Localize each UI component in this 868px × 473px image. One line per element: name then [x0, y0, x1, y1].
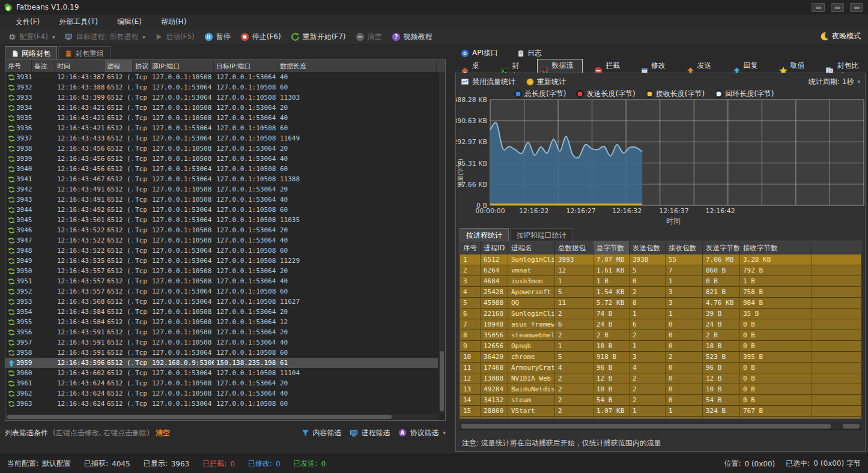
stats-row[interactable]: 1036420chrome5918 B32523 B395 B: [460, 352, 861, 363]
column-header[interactable]: 进程名: [508, 241, 555, 255]
packet-row[interactable]: 395812:16:43:59196512 (...Tcp127.0.0.1:5…: [5, 348, 438, 358]
packet-row[interactable]: 393512:16:43:42186512 (...Tcp127.0.0.1:1…: [5, 113, 438, 123]
packet-row[interactable]: 394112:16:43:46776512 (...Tcp127.0.0.1:5…: [5, 174, 438, 184]
packet-row[interactable]: 396012:16:43:60296512 (...Tcp127.0.0.1:5…: [5, 368, 438, 378]
packet-row[interactable]: 395512:16:43:58486512 (...Tcp127.0.0.1:1…: [5, 317, 438, 327]
pause-button[interactable]: 暂停: [204, 32, 231, 42]
packet-row[interactable]: 393312:16:43:39996512 (...Tcp127.0.0.1:5…: [5, 92, 438, 103]
packet-row[interactable]: 395112:16:43:55776512 (...Tcp127.0.0.1:1…: [5, 276, 438, 286]
tab-log[interactable]: 日志: [514, 46, 545, 60]
packet-row[interactable]: 393112:16:43:38796512 (...Tcp127.0.0.1:1…: [5, 72, 438, 82]
packet-row[interactable]: 395412:16:43:58486512 (...Tcp127.0.0.1:1…: [5, 307, 438, 317]
tab-api-interface[interactable]: API接口: [458, 46, 501, 60]
packet-row[interactable]: 394212:16:43:49176512 (...Tcp127.0.0.1:1…: [5, 184, 438, 194]
packet-row[interactable]: 395612:16:43:59196512 (...Tcp127.0.0.1:1…: [5, 327, 438, 337]
packet-row[interactable]: 396112:16:43:62486512 (...Tcp127.0.0.1:1…: [5, 378, 438, 388]
tab-packet-reassembly[interactable]: 封包重组: [58, 46, 111, 61]
stop-button[interactable]: 停止(F6): [240, 32, 281, 42]
packet-row[interactable]: 396212:16:43:62486512 (...Tcp127.0.0.1:1…: [5, 388, 438, 399]
stats-row[interactable]: 16512SunloginClient39937.07 MB3938557.06…: [460, 255, 861, 265]
packet-row[interactable]: 393712:16:43:43386512 (...Tcp127.0.0.1:5…: [5, 133, 438, 143]
legend-item[interactable]: 发送长度(字节): [577, 89, 635, 99]
packet-row[interactable]: 396312:16:43:62486512 (...Tcp127.0.0.1:5…: [5, 399, 438, 409]
column-header[interactable]: 备注: [32, 60, 55, 72]
column-header[interactable]: 目标IP:端口: [214, 60, 278, 72]
stats-row[interactable]: 912656Opnqb118 B1018 B0 B: [460, 341, 861, 352]
packet-row[interactable]: 394512:16:43:50126512 (...Tcp127.0.0.1:5…: [5, 215, 438, 225]
packet-row[interactable]: 394712:16:43:52276512 (...Tcp127.0.0.1:1…: [5, 235, 438, 246]
stats-row[interactable]: 1528860VStart21.07 KB11324 B767 B: [460, 406, 861, 417]
column-header[interactable]: 接收字节数: [740, 241, 812, 255]
menu-help[interactable]: 帮助(H): [153, 16, 195, 28]
column-header[interactable]: 进程ID: [481, 241, 508, 255]
clear-button[interactable]: 清空: [356, 32, 382, 42]
stats-row[interactable]: 162672wetype_update1561 B10561 B0 B: [460, 417, 861, 419]
stats-row[interactable]: 425428Apowersoft ...51.54 KB23821 B758 B: [460, 287, 861, 298]
close-button[interactable]: [850, 3, 863, 12]
content-filter-button[interactable]: 内容筛选: [302, 428, 341, 438]
packet-row[interactable]: 393212:16:43:38896512 (...Tcp127.0.0.1:5…: [5, 82, 438, 92]
legend-item[interactable]: 总长度(字节): [515, 89, 566, 99]
column-header[interactable]: 源IP:端口: [150, 60, 214, 72]
packet-row[interactable]: 395212:16:43:55776512 (...Tcp127.0.0.1:5…: [5, 286, 438, 297]
stats-row[interactable]: 34684iusb3mon11 B010 B1 B: [460, 276, 861, 287]
column-header[interactable]: 协议: [133, 60, 150, 72]
menu-edit[interactable]: 编辑(E): [109, 16, 150, 28]
config-button[interactable]: 配置(F4)▾: [8, 32, 55, 42]
target-process-button[interactable]: 目标进程: 所有进程▾: [64, 32, 145, 42]
stats-row[interactable]: 545988QQ115.72 KB834.76 KB984 B: [460, 298, 861, 309]
disable-traffic-stats-button[interactable]: 禁用流量统计: [461, 77, 515, 87]
packet-row[interactable]: 395012:16:43:55776512 (...Tcp127.0.0.1:1…: [5, 266, 438, 276]
start-button[interactable]: 启动(F5): [155, 32, 195, 42]
stats-row[interactable]: 1213088NVIDIA Web ...212 B2012 B0 B: [460, 373, 861, 384]
packet-row[interactable]: 394812:16:43:52276512 (...Tcp127.0.0.1:5…: [5, 246, 438, 256]
column-header[interactable]: 接收包数: [666, 241, 703, 255]
stats-row[interactable]: 622168SunloginClient274 B1139 B35 B: [460, 309, 861, 319]
legend-item[interactable]: 回环长度(字节): [715, 89, 774, 99]
tab-network-packets[interactable]: 网络封包: [5, 46, 57, 61]
stats-row[interactable]: 1117468ArmouryCrat...496 B4096 B0 B: [460, 363, 861, 373]
packet-row[interactable]: 395312:16:43:56876512 (...Tcp127.0.0.1:5…: [5, 297, 438, 307]
stats-table-hscrollbar[interactable]: [460, 423, 861, 430]
column-header[interactable]: 数据长度: [278, 60, 437, 72]
stat-period-select[interactable]: 统计周期: 1秒 ▾: [809, 77, 860, 87]
column-header[interactable]: 总字节数: [593, 241, 630, 255]
menu-file[interactable]: 文件(F): [7, 16, 48, 28]
minimize-button[interactable]: [812, 3, 825, 12]
stats-row[interactable]: 1349284BaiduNetdis...210 B2010 B0 B: [460, 384, 861, 395]
video-tutorial-button[interactable]: ?视频教程: [392, 32, 432, 42]
stats-row[interactable]: 835056steamwebhelper22 B202 B0 B: [460, 330, 861, 341]
column-header[interactable]: 进程: [105, 60, 133, 72]
vscroll-thumb[interactable]: [440, 351, 444, 411]
stats-row[interactable]: 26264vmnat121.61 KB57860 B792 B: [460, 265, 861, 276]
packet-row[interactable]: 395912:16:43:59696512 (...Tcp192.168.0.9…: [5, 358, 438, 368]
column-header[interactable]: 发送字节数: [703, 241, 740, 255]
packet-row[interactable]: 394312:16:43:49176512 (...Tcp127.0.0.1:1…: [5, 194, 438, 205]
packet-row[interactable]: 393912:16:43:45676512 (...Tcp127.0.0.1:1…: [5, 154, 438, 164]
filter-clear-button[interactable]: 清空: [156, 428, 170, 438]
protocol-filter-button[interactable]: A协议筛选▾: [398, 428, 446, 438]
packet-row[interactable]: 394912:16:43:53576512 (...Tcp127.0.0.1:5…: [5, 256, 438, 266]
packet-table-vscrollbar[interactable]: [438, 72, 445, 413]
maximize-button[interactable]: [831, 3, 844, 12]
column-header[interactable]: 发送包数: [630, 241, 666, 255]
packet-table-hscrollbar[interactable]: [5, 413, 438, 420]
stats-row[interactable]: 710948asus_framework624 B6024 B0 B: [460, 319, 861, 330]
stats-hscroll-thumb2[interactable]: [843, 424, 860, 429]
packet-row[interactable]: 394012:16:43:45676512 (...Tcp127.0.0.1:5…: [5, 164, 438, 174]
menu-external-tools[interactable]: 外部工具(T): [50, 16, 106, 28]
stats-hscroll-thumb[interactable]: [461, 424, 831, 429]
packet-row[interactable]: 393412:16:43:42186512 (...Tcp127.0.0.1:1…: [5, 103, 438, 113]
night-mode-toggle[interactable]: 夜晚模式: [820, 31, 861, 41]
column-header[interactable]: 序号: [5, 60, 32, 72]
restat-button[interactable]: 重新统计: [526, 77, 566, 87]
legend-item[interactable]: 接收长度(字节): [646, 89, 705, 99]
packet-row[interactable]: 393612:16:43:42186512 (...Tcp127.0.0.1:5…: [5, 123, 438, 133]
stats-row[interactable]: 1434132steam254 B2054 B0 B: [460, 395, 861, 406]
packet-row[interactable]: 393812:16:43:45676512 (...Tcp127.0.0.1:1…: [5, 143, 438, 154]
restart-button[interactable]: 重新开始(F7): [291, 32, 346, 42]
column-header[interactable]: 序号: [460, 241, 481, 255]
packet-row[interactable]: 395712:16:43:59196512 (...Tcp127.0.0.1:1…: [5, 337, 438, 348]
column-header[interactable]: 总数据包: [555, 241, 593, 255]
packet-row[interactable]: 394412:16:43:49276512 (...Tcp127.0.0.1:5…: [5, 205, 438, 215]
